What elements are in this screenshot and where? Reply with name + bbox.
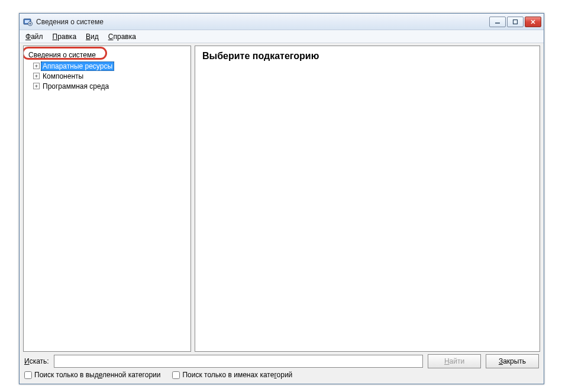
- expand-icon[interactable]: +: [33, 73, 40, 79]
- tree-item-components[interactable]: + Компоненты: [32, 71, 188, 81]
- client-area: Сведения о системе + Аппаратные ресурсы …: [20, 43, 544, 384]
- detail-pane: Выберите подкатегорию: [195, 46, 540, 352]
- system-information-window: Сведения о системе Файл Правка Вид Справ…: [19, 13, 544, 384]
- search-input[interactable]: [54, 355, 423, 368]
- search-bar: Искать: Найти Закрыть: [23, 354, 540, 368]
- expand-icon[interactable]: +: [33, 63, 40, 69]
- tree-item-label: Программная среда: [41, 82, 111, 91]
- find-button[interactable]: Найти: [428, 354, 481, 368]
- category-tree[interactable]: Сведения о системе + Аппаратные ресурсы …: [23, 46, 191, 352]
- tree-item-hardware-resources[interactable]: + Аппаратные ресурсы: [32, 61, 188, 71]
- maximize-button[interactable]: [507, 17, 524, 27]
- expand-icon[interactable]: +: [33, 83, 40, 89]
- tree-item-label: Компоненты: [41, 72, 85, 81]
- close-search-button[interactable]: Закрыть: [486, 354, 539, 368]
- window-title: Сведения о системе: [36, 18, 104, 26]
- tree-root[interactable]: Сведения о системе: [26, 50, 98, 60]
- title-bar[interactable]: Сведения о системе: [20, 14, 544, 30]
- search-options: Поиск только в выделенной категории Поис…: [23, 371, 540, 380]
- minimize-button[interactable]: [489, 17, 506, 27]
- check-category-names[interactable]: Поиск только в именах категорий: [172, 371, 292, 379]
- svg-rect-6: [513, 20, 518, 24]
- search-label: Искать:: [24, 357, 49, 365]
- tree-item-software-environment[interactable]: + Программная среда: [32, 81, 188, 91]
- split-panes: Сведения о системе + Аппаратные ресурсы …: [23, 46, 540, 352]
- check-selected-category[interactable]: Поиск только в выделенной категории: [24, 371, 160, 379]
- menu-bar: Файл Правка Вид Справка: [20, 30, 544, 43]
- tree-children: + Аппаратные ресурсы + Компоненты + Прог…: [32, 61, 188, 91]
- menu-view[interactable]: Вид: [81, 31, 104, 42]
- window-controls: [489, 17, 541, 27]
- app-icon: [23, 17, 33, 27]
- check-category-names-box[interactable]: [172, 371, 180, 379]
- menu-help[interactable]: Справка: [104, 31, 141, 42]
- check-category-names-label: Поиск только в именах категорий: [182, 371, 292, 379]
- detail-heading: Выберите подкатегорию: [202, 51, 532, 61]
- check-selected-category-box[interactable]: [24, 371, 32, 379]
- check-selected-category-label: Поиск только в выделенной категории: [34, 371, 160, 379]
- menu-edit[interactable]: Правка: [48, 31, 82, 42]
- close-button[interactable]: [525, 17, 541, 27]
- tree-item-label: Аппаратные ресурсы: [41, 61, 114, 71]
- menu-file[interactable]: Файл: [21, 31, 48, 42]
